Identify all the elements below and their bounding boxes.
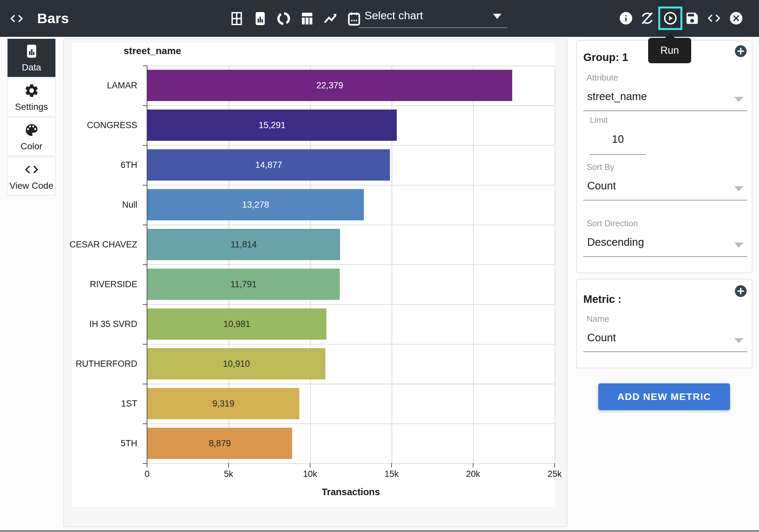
app-title: Bars xyxy=(37,0,69,37)
x-axis-tick xyxy=(228,463,229,468)
category-label: Null xyxy=(39,185,137,225)
bar[interactable]: 10,981 xyxy=(147,308,326,340)
chart-title: street_name xyxy=(124,45,181,57)
sort-direction-select[interactable]: Descending xyxy=(587,236,644,248)
code-icon[interactable] xyxy=(706,11,722,26)
y-axis-tick xyxy=(143,344,147,345)
info-icon[interactable] xyxy=(619,11,633,26)
x-tick-label: 5k xyxy=(209,469,248,479)
attribute-select[interactable]: street_name xyxy=(587,90,647,103)
bar[interactable]: 10,910 xyxy=(147,348,325,379)
gridline xyxy=(555,65,555,463)
bar[interactable]: 11,814 xyxy=(147,229,340,260)
top-bar: Bars xyxy=(0,0,759,37)
limit-input[interactable]: 10 xyxy=(590,133,646,145)
palette-icon xyxy=(24,122,39,138)
tooltip-caret xyxy=(665,33,675,38)
code-icon xyxy=(24,162,39,177)
field-underline xyxy=(590,154,646,155)
gridline xyxy=(147,145,555,146)
x-axis-tick xyxy=(473,463,473,468)
y-axis-tick xyxy=(143,65,147,66)
category-label: LAMAR xyxy=(39,65,137,105)
run-tooltip: Run xyxy=(648,38,691,63)
bar-chart-icon[interactable] xyxy=(252,11,268,26)
bar[interactable]: 11,791 xyxy=(147,269,340,300)
chart-type-toolbar xyxy=(229,0,362,37)
metric-name-select[interactable]: Count xyxy=(587,331,616,344)
y-axis-tick xyxy=(143,384,147,384)
field-underline xyxy=(583,110,747,111)
group-card-title: Group: 1 xyxy=(583,51,628,63)
category-label: CESAR CHAVEZ xyxy=(39,225,137,264)
chart-card: street_name Transactions 22,379LAMAR15,2… xyxy=(71,42,556,508)
metric-name-label: Name xyxy=(586,314,609,324)
gridline xyxy=(147,225,555,225)
sidebar-item-label: Data xyxy=(22,62,41,73)
x-axis-tick xyxy=(391,463,392,468)
field-underline xyxy=(583,200,747,201)
add-new-metric-button[interactable]: ADD NEW METRIC xyxy=(598,383,730,410)
field-underline xyxy=(583,351,747,352)
gridline xyxy=(147,105,555,106)
x-tick-label: 0 xyxy=(128,469,167,479)
add-metric-plus-button[interactable] xyxy=(735,285,747,297)
window-bottom-edge xyxy=(0,530,759,532)
chevron-down-icon xyxy=(493,14,501,19)
table-icon[interactable] xyxy=(299,11,315,26)
bar-value-label: 15,291 xyxy=(147,109,397,141)
bar-value-label: 8,879 xyxy=(147,428,292,459)
bar[interactable]: 14,877 xyxy=(147,149,390,181)
chevron-down-icon[interactable] xyxy=(734,338,743,343)
attribute-label: Attribute xyxy=(586,73,618,83)
limit-label: Limit xyxy=(590,115,608,125)
bar[interactable]: 8,879 xyxy=(147,428,292,459)
category-label: RUTHERFORD xyxy=(39,344,137,384)
bar[interactable]: 22,379 xyxy=(147,70,512,101)
y-axis-tick xyxy=(143,185,147,185)
chevron-down-icon[interactable] xyxy=(734,243,743,248)
bar[interactable]: 9,319 xyxy=(147,388,299,419)
select-chart-placeholder: Select chart xyxy=(365,9,423,22)
bar[interactable]: 15,291 xyxy=(147,109,397,141)
add-group-button[interactable] xyxy=(735,45,747,57)
y-axis-tick xyxy=(143,264,147,265)
gridline xyxy=(147,304,555,305)
bar-value-label: 11,791 xyxy=(147,269,340,300)
tooltip-label: Run xyxy=(648,38,691,63)
grid-icon[interactable] xyxy=(229,11,245,26)
bar-value-label: 9,319 xyxy=(147,388,299,419)
donut-chart-icon[interactable] xyxy=(276,11,292,26)
save-icon[interactable] xyxy=(685,11,700,26)
bar[interactable]: 13,278 xyxy=(147,189,364,220)
y-axis-tick xyxy=(143,225,147,225)
bar-value-label: 10,981 xyxy=(147,308,326,340)
select-chart-dropdown[interactable]: Select chart xyxy=(359,5,507,28)
y-axis-tick xyxy=(143,105,147,106)
x-tick-label: 15k xyxy=(372,469,411,479)
x-axis-title: Transactions xyxy=(147,487,555,497)
group-card: Group: 1 Attribute street_name Limit 10 … xyxy=(576,40,752,273)
gridline xyxy=(147,463,555,464)
bar-value-label: 22,379 xyxy=(147,70,512,101)
gridline xyxy=(147,264,555,265)
app-window: Bars xyxy=(0,0,759,532)
x-tick-label: 25k xyxy=(535,469,574,479)
category-label: 1ST xyxy=(39,384,137,423)
close-icon[interactable] xyxy=(729,11,744,26)
chevron-down-icon[interactable] xyxy=(734,97,743,102)
metric-card: Metric : Name Count xyxy=(576,279,752,368)
play-icon[interactable] xyxy=(663,11,678,26)
gridline xyxy=(147,423,555,424)
x-axis-tick xyxy=(147,463,147,468)
category-label: 5TH xyxy=(39,423,137,463)
y-axis-tick xyxy=(143,145,147,146)
bar-chart-icon xyxy=(24,43,39,59)
sort-by-select[interactable]: Count xyxy=(587,180,616,192)
chevron-down-icon[interactable] xyxy=(734,186,743,191)
bar-chart-plot: Transactions 22,379LAMAR15,291CONGRESS14… xyxy=(147,65,555,463)
bar-value-label: 13,278 xyxy=(147,189,364,220)
sidebar-item-label: Color xyxy=(20,141,42,152)
sync-disabled-icon[interactable] xyxy=(640,11,655,26)
line-chart-icon[interactable] xyxy=(323,11,339,26)
